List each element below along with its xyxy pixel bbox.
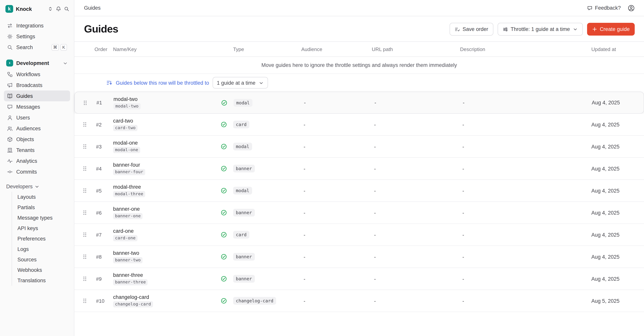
- sidebar-item-api-keys[interactable]: API keys: [13, 223, 70, 234]
- sidebar-item-messages[interactable]: Messages: [4, 101, 70, 112]
- chat-bubble-icon: [7, 104, 13, 110]
- guide-key-badge: banner-one: [113, 213, 142, 219]
- breadcrumb[interactable]: Guides: [84, 5, 101, 11]
- developers-sub-list: Layouts Partials Message types API keys …: [12, 192, 70, 286]
- sidebar-item-tenants[interactable]: Tenants: [4, 145, 70, 156]
- feedback-label: Feedback?: [595, 5, 621, 11]
- workspace-name[interactable]: Knock: [16, 6, 32, 12]
- chevron-down-icon: [35, 184, 40, 189]
- table-row[interactable]: #8 banner-two banner-two banner - - - Au…: [74, 246, 644, 268]
- environment-switcher[interactable]: Development: [4, 57, 70, 69]
- guide-name-cell[interactable]: card-two card-two: [110, 118, 217, 131]
- knock-logo[interactable]: k: [6, 5, 13, 13]
- drag-handle[interactable]: [74, 166, 92, 172]
- unthrottled-drop-zone[interactable]: Move guides here to ignore the throttle …: [74, 57, 644, 74]
- table-row[interactable]: #10 changelog-card changelog-card change…: [74, 290, 644, 312]
- guide-name-cell[interactable]: banner-three banner-three: [110, 272, 217, 285]
- sidebar-item-workflows[interactable]: Workflows: [4, 69, 70, 80]
- sidebar-item-analytics[interactable]: Analytics: [4, 156, 70, 166]
- throttle-divider-label[interactable]: Guides below this row will be throttled …: [116, 80, 209, 86]
- check-circle-icon: [221, 232, 227, 238]
- drag-handle-icon: [82, 187, 88, 194]
- drag-handle-icon: [82, 254, 88, 260]
- gear-icon: [7, 33, 13, 39]
- drag-handle-icon: [82, 121, 88, 128]
- type-cell: changelog-card: [231, 297, 299, 305]
- guide-name-cell[interactable]: modal-two modal-two: [110, 96, 217, 109]
- table-row[interactable]: #7 card-one card-one card - - - Aug 4, 2…: [74, 224, 644, 246]
- sidebar-item-logs[interactable]: Logs: [13, 244, 70, 254]
- drag-handle[interactable]: [74, 121, 92, 128]
- drag-handle[interactable]: [74, 144, 92, 150]
- guide-name-cell[interactable]: changelog-card changelog-card: [110, 294, 217, 307]
- table-row[interactable]: #2 card-two card-two card - - - Aug 4, 2…: [74, 114, 644, 136]
- sidebar-item-users[interactable]: Users: [4, 112, 70, 123]
- sidebar-item-search[interactable]: Search ⌘ K: [4, 42, 70, 53]
- url-path-value: -: [370, 298, 458, 304]
- sidebar-item-label: Users: [16, 115, 30, 120]
- guide-name-cell[interactable]: modal-three modal-three: [110, 184, 217, 197]
- table-row[interactable]: #4 banner-four banner-four banner - - - …: [74, 158, 644, 180]
- table-row[interactable]: #5 modal-three modal-three modal - - - A…: [74, 180, 644, 202]
- guides-icon: [7, 93, 13, 99]
- drag-handle[interactable]: [74, 254, 92, 260]
- guide-key-badge: card-two: [113, 125, 138, 131]
- git-commit-icon: [7, 169, 13, 174]
- guide-name-cell[interactable]: modal-one modal-one: [110, 140, 217, 153]
- table-row[interactable]: #9 banner-three banner-three banner - - …: [74, 268, 644, 290]
- sidebar-item-sources[interactable]: Sources: [13, 254, 70, 265]
- description-value: -: [458, 122, 589, 127]
- row-order: #8: [92, 254, 110, 260]
- sidebar-item-commits[interactable]: Commits: [4, 166, 70, 177]
- sidebar-item-message-types[interactable]: Message types: [13, 213, 70, 223]
- guide-name-cell[interactable]: banner-four banner-four: [110, 162, 217, 175]
- drag-handle[interactable]: [75, 100, 92, 106]
- sidebar-item-audiences[interactable]: Audiences: [4, 123, 70, 134]
- bell-icon[interactable]: [56, 6, 61, 11]
- guide-name-cell[interactable]: card-one card-one: [110, 228, 217, 241]
- drag-handle[interactable]: [74, 232, 92, 238]
- sidebar-item-translations[interactable]: Translations: [13, 275, 70, 286]
- throttle-value-dropdown[interactable]: 1 guide at a time: [212, 77, 268, 89]
- sidebar-item-label: Sources: [18, 257, 36, 263]
- table-row[interactable]: #3 modal-one modal-one modal - - - Aug 4…: [74, 136, 644, 158]
- row-order: #3: [92, 144, 110, 150]
- sidebar-item-integrations[interactable]: Integrations: [4, 20, 70, 31]
- sidebar-item-partials[interactable]: Partials: [13, 202, 70, 213]
- search-icon[interactable]: [64, 6, 69, 11]
- url-path-value: -: [370, 144, 458, 150]
- save-order-button[interactable]: Save order: [450, 23, 493, 35]
- sidebar-item-settings[interactable]: Settings: [4, 31, 70, 42]
- throttle-dropdown-button[interactable]: Throttle: 1 guide at a time: [498, 23, 582, 35]
- chevron-down-icon: [258, 80, 264, 85]
- table-row[interactable]: #1 modal-two modal-two modal - - - Aug 4…: [74, 92, 644, 114]
- table-row[interactable]: #6 banner-one banner-one banner - - - Au…: [74, 202, 644, 224]
- developers-label: Developers: [6, 183, 33, 189]
- throttle-button-label: Throttle: 1 guide at a time: [510, 26, 570, 32]
- feedback-button[interactable]: Feedback?: [587, 5, 621, 11]
- guide-name-cell[interactable]: banner-one banner-one: [110, 206, 217, 219]
- developers-section-toggle[interactable]: Developers: [4, 181, 70, 192]
- expand-collapse-icon[interactable]: [48, 6, 53, 11]
- sidebar-item-guides[interactable]: Guides: [4, 90, 70, 101]
- drag-handle[interactable]: [74, 187, 92, 194]
- sidebar-item-label: Broadcasts: [16, 82, 42, 88]
- create-guide-button[interactable]: Create guide: [587, 23, 635, 35]
- drag-handle[interactable]: [74, 276, 92, 282]
- drag-handle[interactable]: [74, 298, 92, 304]
- audience-value: -: [299, 144, 370, 150]
- sidebar-item-preferences[interactable]: Preferences: [13, 234, 70, 244]
- drag-handle[interactable]: [74, 210, 92, 216]
- status-cell: [217, 187, 231, 194]
- sidebar-item-objects[interactable]: Objects: [4, 134, 70, 145]
- megaphone-icon: [7, 82, 13, 88]
- sidebar-item-webhooks[interactable]: Webhooks: [13, 265, 70, 275]
- sidebar-item-broadcasts[interactable]: Broadcasts: [4, 80, 70, 90]
- drag-handle-icon: [82, 100, 88, 106]
- guide-name-cell[interactable]: banner-two banner-two: [110, 250, 217, 263]
- sidebar-item-layouts[interactable]: Layouts: [13, 192, 70, 202]
- user-avatar[interactable]: [628, 4, 635, 11]
- row-order: #9: [92, 276, 110, 282]
- check-circle-icon: [221, 100, 227, 106]
- sidebar-nav: Integrations Settings Search ⌘ K Develop…: [4, 20, 70, 286]
